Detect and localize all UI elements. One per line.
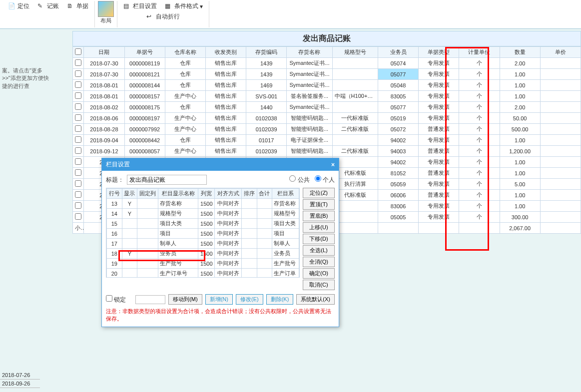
cfg-col-sum: 合计 xyxy=(257,189,272,199)
cfg-col-width: 列宽 xyxy=(198,189,215,199)
row-checkbox[interactable] xyxy=(75,103,81,110)
cfg-col-align: 对齐方式 xyxy=(215,189,242,199)
col-price[interactable]: 单价 xyxy=(540,47,581,58)
col-category[interactable]: 收发类别 xyxy=(205,47,246,58)
lock-checkbox[interactable]: 锁定 xyxy=(106,295,126,304)
auto-wrap-label: 自动折行 xyxy=(156,12,180,21)
btn-new[interactable]: 新增(N) xyxy=(205,294,233,305)
subtotal-qty: 2,067.00 xyxy=(500,223,540,234)
btn-sys-default[interactable]: 系统默认(X) xyxy=(296,294,335,305)
table-row[interactable]: 2018-07-300000008121仓库销售出库1439Symantec证书… xyxy=(73,69,581,80)
move-to-input[interactable] xyxy=(135,295,165,304)
subtotal-label: 小计 xyxy=(73,223,84,234)
btn-down[interactable]: 下移(D) xyxy=(303,234,335,244)
date-from[interactable]: 2018-07-26 xyxy=(0,371,40,380)
table-row[interactable]: 2018-09-040000008442仓库销售出库01017电子证据保全...… xyxy=(73,135,581,146)
row-checkbox[interactable] xyxy=(75,59,81,66)
row-checkbox[interactable] xyxy=(75,136,81,143)
voucher-label: 单据 xyxy=(76,2,88,10)
radio-public[interactable]: 公共 xyxy=(289,175,309,184)
col-doctype[interactable]: 单据类型 xyxy=(419,47,459,58)
cond-format-button[interactable]: ▦条件格式 ▾ xyxy=(162,1,206,11)
config-row[interactable]: 17制单人1500中间对齐制单人 xyxy=(107,239,299,249)
lock-label: 锁定 xyxy=(114,296,126,303)
table-row[interactable]: 2018-08-060000008197生产中心销售出库0102038智能密码钥… xyxy=(73,113,581,124)
config-table[interactable]: 行号 显示 固定列 栏目显示名称 列宽 对齐方式 排序 合计 栏目系 13Y存货… xyxy=(106,188,299,278)
btn-top[interactable]: 置顶(T) xyxy=(303,199,335,210)
row-checkbox[interactable] xyxy=(75,92,81,99)
btn-bottom[interactable]: 置底(B) xyxy=(303,211,335,221)
config-row[interactable]: 14Y规格型号1500中间对齐规格型号 xyxy=(107,209,299,219)
btn-up[interactable]: 上移(U) xyxy=(303,222,335,233)
voucher-button[interactable]: 🗎单据 xyxy=(64,1,91,11)
row-checkbox[interactable] xyxy=(75,81,81,88)
col-spec[interactable]: 规格型号 xyxy=(332,47,378,58)
btn-edit[interactable]: 修改(E) xyxy=(236,294,263,305)
col-settings-button[interactable]: ▤栏目设置 xyxy=(120,1,160,11)
cfg-col-sort: 排序 xyxy=(242,189,257,199)
btn-ok[interactable]: 确定(O) xyxy=(303,268,335,279)
table-row[interactable]: 2018-09-120000008057生产中心销售出库0102039智能密码钥… xyxy=(73,146,581,157)
cfg-col-fix: 固定列 xyxy=(137,189,158,199)
config-row[interactable]: 15项目大类1500中间对齐项目大类 xyxy=(107,219,299,229)
config-row[interactable]: 18Y业务员1500中间对齐业务员 xyxy=(107,249,299,259)
row-checkbox[interactable] xyxy=(75,114,81,121)
col-salesperson[interactable]: 业务员 xyxy=(378,47,418,58)
row-checkbox[interactable] xyxy=(75,202,81,209)
config-row[interactable]: 16项目1500中间对齐项目 xyxy=(107,229,299,239)
col-warehouse[interactable]: 仓库名称 xyxy=(165,47,205,58)
page-title: 发出商品记账 xyxy=(72,31,581,46)
post-icon: ✎ xyxy=(37,2,45,10)
title-label: 标题： xyxy=(106,176,124,184)
config-row[interactable]: 20生产订单号1500中间对齐生产订单 xyxy=(107,269,299,278)
col-qty[interactable]: 数量 xyxy=(500,47,540,58)
table-row[interactable]: 2018-08-010000008144仓库销售出库1469Symantec证书… xyxy=(73,80,581,91)
col-settings-icon: ▤ xyxy=(123,2,131,10)
close-icon[interactable]: × xyxy=(331,161,335,168)
table-row[interactable]: 2018-07-300000008119仓库销售出库1439Symantec证书… xyxy=(73,58,581,69)
btn-del[interactable]: 删除(K) xyxy=(266,294,294,305)
btn-none[interactable]: 全消(Q) xyxy=(303,257,335,267)
row-checkbox[interactable] xyxy=(75,158,81,165)
grid-header-row: 日期 单据号 仓库名称 收发类别 存货编码 存货名称 规格型号 业务员 单据类型… xyxy=(73,47,581,58)
config-row[interactable]: 19生产批号1500中间对齐生产批号 xyxy=(107,259,299,269)
locate-icon: 📄 xyxy=(8,2,16,10)
col-date[interactable]: 日期 xyxy=(84,47,124,58)
config-button-column: 定位(Z) 置顶(T) 置底(B) 上移(U) 下移(D) 全选(L) 全消(Q… xyxy=(303,188,335,290)
title-input[interactable] xyxy=(127,175,207,185)
config-row[interactable]: 13Y存货名称1500中间对齐存货名称 xyxy=(107,199,299,209)
select-all-checkbox[interactable] xyxy=(75,48,81,55)
col-docno[interactable]: 单据号 xyxy=(124,47,165,58)
row-checkbox[interactable] xyxy=(75,125,81,132)
row-checkbox[interactable] xyxy=(75,147,81,154)
dialog-titlebar[interactable]: 栏目设置 × xyxy=(102,158,339,171)
date-to[interactable]: 2018-09-26 xyxy=(0,380,40,388)
post-button[interactable]: ✎记账 xyxy=(34,1,62,11)
row-checkbox[interactable] xyxy=(75,180,81,187)
col-invname[interactable]: 存货名称 xyxy=(287,47,332,58)
row-checkbox[interactable] xyxy=(75,70,81,77)
table-row[interactable]: 2018-08-010000008157生产中心销售出库SVS-001签名验签服… xyxy=(73,91,581,102)
cfg-col-sys: 栏目系 xyxy=(272,189,299,199)
cond-format-icon: ▦ xyxy=(165,2,173,10)
btn-locate[interactable]: 定位(Z) xyxy=(303,188,335,198)
table-row[interactable]: 2018-08-280000007992生产中心销售出库0102039智能密码钥… xyxy=(73,124,581,135)
btn-move-to[interactable]: 移动到(M) xyxy=(168,294,202,305)
radio-private[interactable]: 个人 xyxy=(315,175,335,184)
layout-icon[interactable] xyxy=(98,1,114,17)
column-settings-dialog: 栏目设置 × 标题： 公共 个人 行号 显示 固定列 栏目显示名称 列宽 xyxy=(101,158,339,327)
radio-private-label: 个人 xyxy=(323,176,335,183)
btn-all[interactable]: 全选(L) xyxy=(303,245,335,256)
row-checkbox[interactable] xyxy=(75,191,81,198)
col-unit[interactable]: 计量单位 xyxy=(459,47,500,58)
radio-public-label: 公共 xyxy=(298,176,310,183)
auto-wrap-button[interactable]: ↩自动折行 xyxy=(143,11,183,22)
table-row[interactable]: 2018-08-020000008175仓库销售出库1440Symantec证书… xyxy=(73,102,581,113)
row-checkbox[interactable] xyxy=(75,169,81,176)
btn-cancel[interactable]: 取消(C) xyxy=(303,280,335,290)
cond-format-label: 条件格式 xyxy=(174,2,198,10)
row-checkbox[interactable] xyxy=(75,213,81,220)
locate-button[interactable]: 📄定位 xyxy=(5,1,32,11)
col-invcode[interactable]: 存货编码 xyxy=(246,47,287,58)
dialog-warning: 注意：非数据类型的项目设置为合计项，会造成合计错误；没有公共权限时，公共设置将无… xyxy=(106,308,335,323)
